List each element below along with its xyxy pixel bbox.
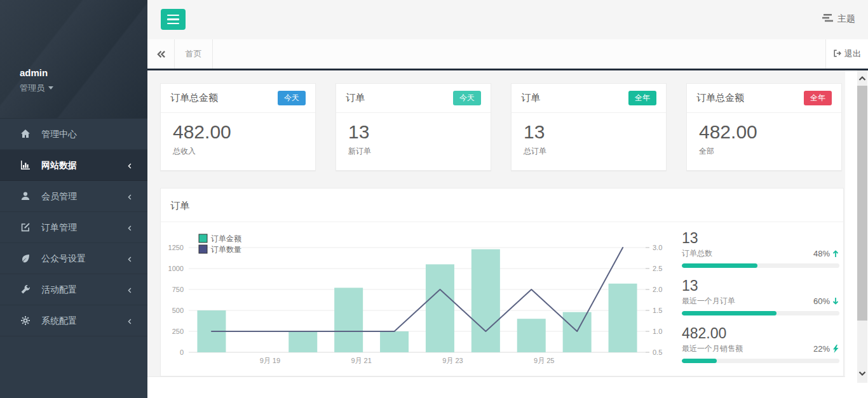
sidebar-item-wechat[interactable]: 公众号设置 (0, 243, 147, 274)
sidebar-item-site-data[interactable]: 网站数据 (0, 150, 147, 181)
user-icon (20, 191, 31, 201)
sidebar-item-admin-center[interactable]: 管理中心 (0, 119, 147, 150)
collapse-tabs-button[interactable] (147, 39, 175, 69)
leaf-icon (20, 253, 31, 263)
sidebar-item-system[interactable]: 系统配置 (0, 305, 147, 336)
stat-percent: 22% (813, 344, 839, 354)
wrench-icon (20, 284, 31, 295)
svg-text:9月 21: 9月 21 (351, 357, 371, 364)
card-label: 总订单 (524, 146, 654, 157)
badge-year[interactable]: 全年 (628, 91, 656, 105)
card-value: 13 (348, 121, 478, 143)
legend-swatch (199, 234, 207, 242)
bolt-icon (832, 345, 839, 353)
home-icon (20, 129, 31, 139)
chevron-left-icon (126, 243, 133, 274)
card-value: 13 (524, 121, 654, 143)
svg-text:3.0: 3.0 (653, 244, 662, 251)
scrollbar (845, 70, 868, 383)
svg-text:250: 250 (172, 328, 184, 335)
footer-area (147, 376, 868, 398)
progress-bar (682, 263, 839, 268)
side-stats: 13 订单总数 48% 13 最近一个月订单 60% 482 (682, 229, 839, 372)
card-value: 482.00 (173, 121, 303, 143)
svg-text:9月 19: 9月 19 (260, 357, 280, 364)
user-role-dropdown[interactable]: 管理员 (20, 83, 53, 94)
stat-value: 13 (682, 229, 839, 247)
theme-button[interactable]: 主题 (822, 13, 855, 25)
badge-year[interactable]: 全年 (804, 91, 832, 105)
sidebar: admin 管理员 管理中心 网站数据 会员管理 订单管理 (0, 0, 147, 398)
chevron-left-icon (126, 274, 133, 305)
bar-line-chart[interactable]: 0250500750100012500.51.01.52.02.53.09月 1… (166, 227, 668, 376)
dashboard-page: admin 管理员 管理中心 网站数据 会员管理 订单管理 (0, 0, 868, 398)
bar-chart-icon (20, 160, 31, 170)
card-label: 总收入 (173, 146, 303, 157)
tab-bar: 首页 退出 (147, 39, 868, 70)
stat-month-sales: 482.00 最近一个月销售额 22% (682, 324, 839, 363)
tab-home[interactable]: 首页 (175, 39, 213, 69)
card-title: 订单总金额 (170, 92, 218, 104)
stat-card-orders-year: 订单全年 13总订单 (511, 83, 667, 171)
scrollbar-up-button[interactable] (857, 72, 867, 86)
username: admin (20, 67, 48, 78)
double-chevron-left-icon (156, 50, 166, 58)
edit-icon (20, 222, 31, 232)
badge-today[interactable]: 今天 (453, 91, 481, 105)
logout-button[interactable]: 退出 (825, 39, 868, 69)
stat-card-orders-today: 订单今天 13新订单 (336, 83, 491, 171)
gear-icon (20, 315, 31, 326)
svg-text:0.5: 0.5 (653, 348, 662, 356)
sidebar-menu: 管理中心 网站数据 会员管理 订单管理 公众号设置 (0, 119, 147, 336)
arrow-down-icon (832, 297, 839, 305)
stat-label: 最近一个月销售额 (682, 343, 743, 354)
sidebar-toggle-button[interactable] (161, 9, 186, 30)
user-panel: admin 管理员 (0, 0, 147, 119)
main-content: 订单总金额今天 482.00总收入 订单今天 13新订单 订单全年 13总订单 … (147, 70, 868, 381)
panel-title: 订单 (161, 189, 843, 222)
card-label: 新订单 (348, 146, 478, 157)
theme-icon (822, 13, 833, 23)
sidebar-item-activities[interactable]: 活动配置 (0, 274, 147, 305)
card-title: 订单 (346, 92, 365, 104)
card-title: 订单 (521, 92, 540, 104)
chevron-left-icon (126, 150, 133, 181)
scrollbar-down-button[interactable] (857, 366, 867, 380)
chevron-left-icon (126, 181, 133, 212)
stat-label: 订单总数 (682, 248, 712, 259)
svg-text:9月 25: 9月 25 (534, 357, 554, 364)
progress-bar (682, 359, 839, 363)
svg-text:1.5: 1.5 (653, 307, 662, 314)
orders-panel: 订单 0250500750100012500.51.01.52.02.53.09… (160, 188, 844, 376)
svg-text:750: 750 (172, 286, 184, 293)
arrow-up-icon (832, 249, 839, 258)
chevron-up-icon (858, 75, 866, 83)
progress-bar (682, 311, 839, 315)
card-label: 全部 (699, 146, 829, 157)
card-title: 订单总金额 (696, 92, 744, 104)
stat-total-orders: 13 订单总数 48% (682, 229, 839, 268)
svg-text:9月 23: 9月 23 (442, 357, 463, 364)
orders-chart: 0250500750100012500.51.01.52.02.53.09月 1… (166, 227, 668, 376)
badge-today[interactable]: 今天 (278, 91, 306, 105)
sidebar-item-members[interactable]: 会员管理 (0, 181, 147, 212)
stat-percent: 60% (813, 296, 839, 306)
stat-month-orders: 13 最近一个月订单 60% (682, 277, 839, 315)
stat-percent: 48% (813, 249, 839, 258)
stat-card-total-amount-year: 订单总金额全年 482.00全部 (686, 83, 842, 171)
svg-text:1250: 1250 (168, 244, 184, 251)
sidebar-item-orders[interactable]: 订单管理 (0, 212, 147, 243)
svg-text:1000: 1000 (168, 265, 184, 272)
svg-text:1.0: 1.0 (653, 328, 662, 335)
stat-label: 最近一个月订单 (682, 296, 735, 307)
top-navbar: 主题 (147, 0, 868, 39)
scrollbar-thumb[interactable] (857, 86, 867, 321)
chevron-left-icon (126, 305, 133, 336)
stat-value: 482.00 (682, 324, 839, 342)
stat-card-total-amount-today: 订单总金额今天 482.00总收入 (160, 83, 316, 171)
chevron-down-icon (858, 369, 866, 377)
svg-text:2.0: 2.0 (653, 286, 662, 293)
svg-text:订单数量: 订单数量 (211, 245, 241, 254)
chevron-left-icon (126, 212, 133, 243)
logout-icon (833, 49, 842, 58)
